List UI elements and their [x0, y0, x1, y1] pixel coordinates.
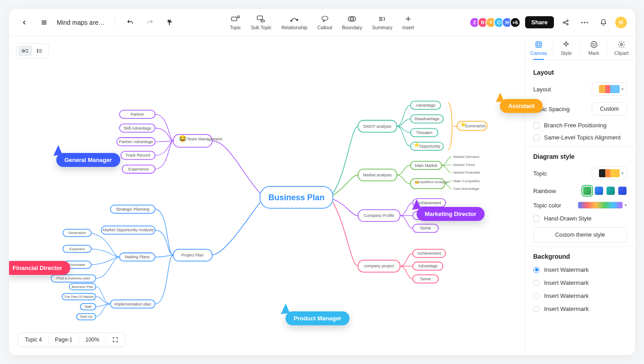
section-diagram-title: Diagram style — [533, 153, 627, 160]
tool-topic[interactable]: Topic — [230, 14, 241, 30]
tool-callout[interactable]: Callout — [317, 14, 332, 30]
svg-point-24 — [586, 22, 588, 23]
svg-text:Competition Analysis: Competition Analysis — [415, 180, 449, 184]
tab-mark[interactable]: Mark — [581, 36, 608, 59]
layout-label: Layout — [533, 86, 551, 93]
svg-text:Implementation plan: Implementation plan — [114, 302, 151, 306]
checkbox-branch-free[interactable]: Branch Free Positioning — [533, 122, 627, 129]
rainbow-swatches — [583, 186, 627, 195]
svg-text:Experience: Experience — [128, 167, 149, 171]
svg-text:Main Competitor: Main Competitor — [454, 179, 481, 183]
swatch-1[interactable] — [583, 186, 592, 195]
svg-text:Serve: Serve — [420, 277, 431, 281]
checkbox-same-level[interactable]: Same-Level Topics Alignment — [533, 134, 627, 141]
plus-icon — [404, 14, 413, 23]
back-button[interactable] — [17, 15, 32, 30]
view-mindmap[interactable] — [18, 45, 32, 56]
swatch-2[interactable] — [594, 186, 603, 195]
document-title[interactable]: Mind maps are … — [57, 19, 106, 26]
checkbox-hand-drawn[interactable]: Hand-Drawn Style — [533, 215, 627, 222]
svg-text:Staff: Staff — [85, 305, 92, 309]
svg-line-20 — [564, 21, 567, 22]
cursor-general-manager: General Manager — [56, 153, 120, 167]
topic-icon — [231, 14, 240, 23]
cursor-assistant: Assistant — [500, 99, 543, 113]
current-user-avatar[interactable]: H — [615, 17, 627, 28]
view-outline[interactable] — [33, 45, 46, 56]
layout-dropdown[interactable]: ▾ — [592, 82, 627, 96]
svg-text:Team Management: Team Management — [187, 137, 222, 141]
swatch-4[interactable] — [618, 186, 627, 195]
status-zoom[interactable]: 100% — [79, 333, 106, 346]
tool-label: Sub Topic — [251, 25, 272, 30]
svg-text:Partner Advantage: Partner Advantage — [119, 139, 153, 144]
fullscreen-button[interactable] — [106, 333, 125, 346]
svg-text:Business Plan: Business Plan — [268, 193, 325, 202]
svg-rect-5 — [258, 16, 263, 19]
tool-summary[interactable]: Summary — [372, 14, 392, 30]
svg-text:Company Profile: Company Profile — [364, 213, 394, 218]
share-link-icon[interactable] — [558, 15, 573, 30]
tab-label: Style — [561, 50, 571, 56]
tab-label: Clipart — [614, 50, 629, 56]
swatch-3[interactable] — [606, 186, 615, 195]
properties-panel: Canvas Style Mark Clipart — [525, 36, 635, 355]
status-page[interactable]: Page-1 — [49, 333, 79, 346]
tab-style[interactable]: Style — [553, 36, 580, 59]
tab-clipart[interactable]: Clipart — [608, 36, 635, 59]
svg-text:Market Potential: Market Potential — [454, 171, 480, 175]
svg-rect-3 — [231, 17, 237, 21]
svg-text:company project: company project — [364, 264, 394, 268]
more-icon[interactable] — [577, 15, 592, 30]
radio-watermark-2[interactable]: Insert Watermark — [533, 279, 627, 286]
svg-text:Partner: Partner — [131, 112, 144, 117]
undo-button[interactable] — [123, 15, 137, 30]
custom-theme-button[interactable]: Costom theme style — [533, 227, 627, 243]
svg-point-7 — [291, 20, 292, 22]
svg-rect-117 — [536, 42, 541, 47]
tool-relationship[interactable]: Relationship — [281, 14, 308, 30]
svg-text:Market Trend: Market Trend — [454, 163, 475, 167]
bell-icon[interactable] — [596, 15, 611, 30]
collaborator-avatars[interactable]: Z R Y C H +6 — [472, 17, 521, 28]
spacing-dropdown[interactable]: Custom — [592, 102, 627, 116]
svg-text:Achievement: Achievement — [417, 201, 441, 205]
topic-label: Topic — [533, 170, 547, 177]
svg-point-122 — [621, 44, 623, 46]
topic-style-dropdown[interactable]: ▾ — [592, 166, 627, 180]
svg-text:Threaten: Threaten — [416, 130, 432, 135]
svg-point-25 — [23, 50, 25, 52]
svg-text:Main Market: Main Market — [415, 163, 438, 168]
svg-line-21 — [564, 22, 567, 24]
topic-color-picker[interactable] — [578, 202, 623, 209]
radio-watermark-4[interactable]: Insert Watermark — [533, 306, 627, 312]
avatar-more[interactable]: +6 — [510, 17, 521, 28]
cursor-marketing-director: Marketing Director — [417, 207, 485, 221]
radio-watermark-3[interactable]: Insert Watermark — [533, 292, 627, 299]
tab-label: Canvas — [530, 50, 547, 56]
canvas[interactable]: Business Plan Team Management 😂 Partner … — [9, 36, 525, 355]
svg-text:Formulate: Formulate — [69, 263, 86, 267]
redo-button[interactable] — [143, 15, 157, 30]
svg-text:The Plan Of Market: The Plan Of Market — [64, 295, 94, 299]
svg-text:😂: 😂 — [179, 135, 187, 143]
svg-text:Opportunity: Opportunity — [419, 144, 441, 148]
tool-boundary[interactable]: Boundary — [342, 14, 362, 30]
tool-label: Insert — [402, 25, 414, 30]
tab-label: Mark — [588, 50, 599, 56]
svg-point-121 — [594, 44, 595, 45]
format-painter-button[interactable] — [163, 15, 177, 30]
tool-subtopic[interactable]: Sub Topic — [251, 14, 272, 30]
subtopic-icon — [257, 14, 266, 23]
svg-rect-118 — [537, 43, 540, 46]
svg-point-28 — [37, 49, 38, 50]
svg-rect-4 — [238, 16, 240, 18]
radio-watermark-1[interactable]: Insert Watermark — [533, 266, 627, 273]
svg-text:Serve: Serve — [420, 226, 431, 230]
tab-canvas[interactable]: Canvas — [525, 36, 552, 59]
svg-marker-8 — [296, 19, 298, 21]
menu-button[interactable] — [37, 15, 51, 30]
tool-insert[interactable]: Insert — [402, 14, 414, 30]
status-topic[interactable]: Topic 4 — [18, 333, 49, 346]
share-button[interactable]: Share — [525, 16, 554, 28]
